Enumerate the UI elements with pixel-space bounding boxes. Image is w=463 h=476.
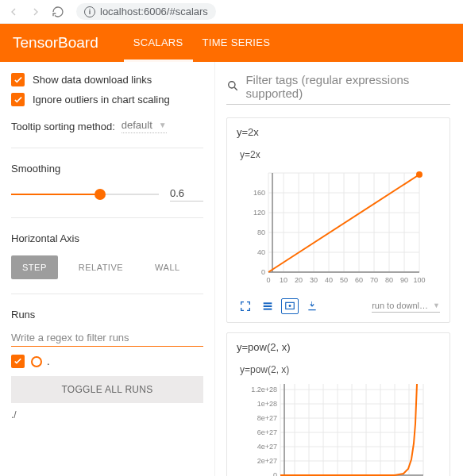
svg-text:90: 90 [400, 276, 408, 284]
card-header[interactable]: y=2x [227, 118, 449, 146]
horizontal-axis-label: Horizontal Axis [11, 232, 203, 244]
url: localhost:6006/#scalars [100, 6, 208, 17]
svg-rect-39 [264, 309, 272, 310]
back-icon[interactable] [6, 5, 21, 19]
content: Filter tags (regular expressions support… [214, 62, 463, 476]
svg-rect-37 [264, 302, 272, 304]
chart-pow[interactable]: 02e+274e+276e+278e+271e+281.2e+28 [237, 380, 435, 476]
ignore-outliers-label: Ignore outliers in chart scaling [33, 94, 170, 106]
svg-text:20: 20 [295, 276, 303, 284]
svg-point-0 [229, 82, 235, 88]
svg-text:80: 80 [385, 276, 393, 284]
app-header: TensorBoard SCALARS TIME SERIES [0, 24, 463, 62]
search-icon [226, 79, 239, 94]
browser-bar: i localhost:6006/#scalars [0, 0, 463, 24]
axis-step-button[interactable]: STEP [11, 255, 58, 279]
tooltip-sort-label: Tooltip sorting method: [11, 121, 115, 132]
reload-icon[interactable] [51, 5, 65, 19]
chart-tools: run to downl… ▼ [237, 298, 440, 314]
chart-card-y2x: y=2x y=2x 04080120160 [226, 117, 450, 323]
expand-icon[interactable] [237, 298, 254, 314]
run-name: . [47, 355, 50, 367]
run-row[interactable]: . [11, 355, 203, 368]
svg-text:6e+27: 6e+27 [257, 428, 277, 436]
address-bar[interactable]: i localhost:6006/#scalars [76, 3, 216, 20]
header-tabs: SCALARS TIME SERIES [124, 24, 280, 62]
svg-text:40: 40 [325, 276, 333, 284]
svg-text:40: 40 [257, 248, 265, 256]
runs-label: Runs [11, 309, 203, 321]
svg-text:60: 60 [355, 276, 363, 284]
download-icon[interactable] [303, 298, 321, 314]
runs-filter-input[interactable]: Write a regex to filter runs [11, 332, 203, 347]
card-header[interactable]: y=pow(2, x) [227, 333, 449, 361]
svg-text:0: 0 [261, 268, 265, 276]
tag-filter-placeholder: Filter tags (regular expressions support… [245, 73, 450, 100]
tab-time-series[interactable]: TIME SERIES [193, 24, 280, 62]
tooltip-sort-dropdown[interactable]: default ▼ [122, 119, 167, 133]
svg-text:0: 0 [266, 276, 270, 284]
svg-point-41 [289, 305, 291, 307]
svg-text:30: 30 [310, 276, 318, 284]
svg-text:120: 120 [253, 209, 265, 217]
root-path: ./ [11, 409, 203, 420]
svg-text:4e+27: 4e+27 [257, 443, 277, 451]
chevron-down-icon: ▼ [433, 301, 440, 309]
svg-text:100: 100 [413, 276, 425, 284]
toggle-all-runs-button[interactable]: TOGGLE ALL RUNS [11, 376, 203, 403]
chart-title: y=pow(2, x) [240, 364, 440, 375]
axis-relative-button[interactable]: RELATIVE [68, 255, 134, 279]
chart-view-icon[interactable] [281, 298, 299, 314]
svg-text:10: 10 [280, 276, 287, 284]
svg-point-20 [416, 171, 422, 178]
svg-rect-38 [264, 305, 272, 307]
svg-text:50: 50 [340, 276, 348, 284]
svg-text:8e+27: 8e+27 [257, 414, 277, 422]
chart-title: y=2x [240, 149, 440, 160]
svg-text:80: 80 [257, 228, 265, 236]
show-download-label: Show data download links [33, 74, 152, 86]
tab-scalars[interactable]: SCALARS [124, 24, 193, 62]
svg-text:1.2e+28: 1.2e+28 [251, 386, 277, 393]
run-color-icon [31, 356, 42, 367]
site-info-icon[interactable]: i [84, 6, 95, 17]
sidebar: Show data download links Ignore outliers… [0, 62, 214, 476]
axis-wall-button[interactable]: WALL [144, 255, 191, 279]
chart-card-pow: y=pow(2, x) y=pow(2, x) 02e+274e+276e+27… [226, 332, 450, 476]
chevron-down-icon: ▼ [159, 121, 167, 129]
tag-filter-input[interactable]: Filter tags (regular expressions support… [226, 73, 450, 105]
smoothing-label: Smoothing [11, 163, 203, 175]
svg-text:0: 0 [273, 471, 277, 476]
list-icon[interactable] [259, 298, 276, 314]
logo: TensorBoard [13, 34, 98, 52]
run-checkbox[interactable] [11, 355, 25, 368]
svg-text:160: 160 [253, 189, 265, 197]
checkbox-ignore-outliers[interactable] [11, 93, 25, 106]
chart-y2x[interactable]: 04080120160 0102030405060708090100 [237, 165, 435, 292]
run-download-dropdown[interactable]: run to downl… ▼ [372, 301, 440, 313]
smoothing-value[interactable]: 0.6 [170, 187, 203, 202]
smoothing-slider[interactable] [11, 186, 159, 203]
svg-text:70: 70 [370, 276, 378, 284]
svg-text:2e+27: 2e+27 [257, 457, 277, 465]
checkbox-show-download[interactable] [11, 73, 25, 86]
svg-text:1e+28: 1e+28 [257, 400, 277, 408]
forward-icon[interactable] [29, 5, 43, 19]
